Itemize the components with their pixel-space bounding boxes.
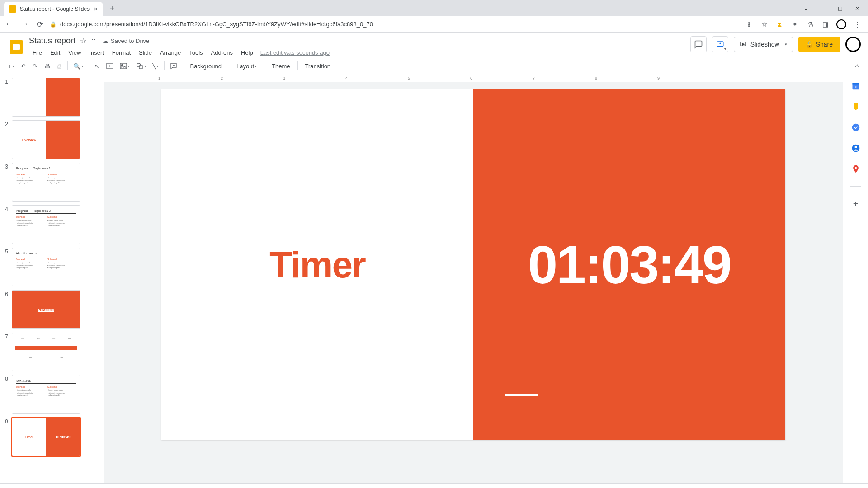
present-to-meeting-button[interactable]: ▾: [712, 36, 728, 52]
star-icon[interactable]: ☆: [760, 20, 769, 29]
menu-addons[interactable]: Add-ons: [208, 47, 236, 58]
menu-edit[interactable]: Edit: [47, 47, 64, 58]
slide-thumbnail[interactable]: [12, 78, 80, 117]
extension-lab-icon[interactable]: ⚗: [806, 20, 815, 29]
thumb-row[interactable]: 5Attention areasSubhead• lorem ipsum dol…: [0, 246, 95, 288]
slide-thumbnail[interactable]: Progress — Topic area 1Subhead• lorem ip…: [12, 163, 80, 202]
slide-thumbnail[interactable]: Schedule: [12, 290, 80, 329]
thumb-number: 1: [3, 78, 8, 85]
menu-format[interactable]: Format: [108, 47, 134, 58]
thumb-row[interactable]: 2Overview: [0, 118, 95, 161]
browser-tab-strip: Status report - Google Slides × + ⌄ — ◻ …: [0, 0, 868, 16]
contacts-icon[interactable]: [850, 143, 861, 154]
minimize-icon[interactable]: —: [818, 5, 827, 12]
thumb-number: 9: [3, 418, 8, 425]
comments-button[interactable]: [690, 36, 707, 52]
canvas-wrap[interactable]: Timer 01:03:49: [104, 82, 843, 483]
menu-slide[interactable]: Slide: [135, 47, 156, 58]
slide-thumbnail[interactable]: xxxxxxxxxxxxxxxxxx: [12, 333, 80, 371]
thumb-row[interactable]: 3Progress — Topic area 1Subhead• lorem i…: [0, 161, 95, 203]
menu-tools[interactable]: Tools: [185, 47, 206, 58]
collapse-toolbar-icon[interactable]: ㅅ: [851, 60, 863, 72]
url-box[interactable]: 🔒 docs.google.com/presentation/d/1D3IKt-…: [50, 21, 740, 28]
layout-button[interactable]: Layout▾: [232, 60, 261, 72]
chevron-down-icon[interactable]: ⌄: [801, 5, 810, 12]
move-doc-icon[interactable]: 🗀: [91, 37, 98, 45]
account-avatar-icon[interactable]: [845, 37, 861, 52]
last-edit-link[interactable]: Last edit was seconds ago: [260, 49, 330, 56]
thumb-row[interactable]: 7xxxxxxxxxxxxxxxxxx: [0, 331, 95, 373]
keep-icon[interactable]: [850, 101, 861, 112]
svg-rect-11: [852, 83, 859, 84]
slides-favicon: [9, 5, 16, 13]
forward-button[interactable]: →: [19, 19, 30, 30]
maximize-icon[interactable]: ◻: [835, 5, 844, 12]
speaker-notes[interactable]: Click to add speaker notes: [0, 483, 868, 488]
slide-thumbnail[interactable]: Progress — Topic area 2Subhead• lorem ip…: [12, 205, 80, 244]
slide-timer-text[interactable]: 01:03:49: [528, 234, 731, 296]
redo-button[interactable]: ↷: [30, 60, 41, 72]
extension-hourglass-icon[interactable]: ⧗: [775, 20, 784, 29]
slide-thumbnail[interactable]: Overview: [12, 120, 80, 159]
slide-thumbnail[interactable]: Timer01:03:49: [12, 418, 80, 456]
back-button[interactable]: ←: [4, 19, 14, 30]
line-tool[interactable]: ╲▾: [150, 60, 161, 72]
maps-icon[interactable]: [850, 164, 861, 174]
menu-arrange[interactable]: Arrange: [156, 47, 184, 58]
thumb-row[interactable]: 4Progress — Topic area 2Subhead• lorem i…: [0, 203, 95, 246]
kebab-menu-icon[interactable]: ⋮: [853, 20, 862, 29]
shape-tool[interactable]: ▾: [133, 60, 149, 72]
separator: [850, 186, 861, 187]
lock-icon: 🔒: [50, 21, 57, 28]
reload-button[interactable]: ⟳: [34, 19, 45, 30]
slides-logo-icon[interactable]: [7, 38, 25, 56]
select-tool[interactable]: ↖: [92, 60, 103, 72]
window-controls: ⌄ — ◻ ✕: [801, 5, 868, 12]
save-status[interactable]: ☁ Saved to Drive: [103, 38, 149, 44]
slide-thumbnail-list[interactable]: 12Overview3Progress — Topic area 1Subhea…: [0, 74, 95, 483]
menu-help[interactable]: Help: [237, 47, 257, 58]
slide-title-text[interactable]: Timer: [269, 244, 365, 286]
extensions-icon[interactable]: ✦: [790, 20, 799, 29]
image-tool[interactable]: ▾: [117, 60, 132, 72]
star-doc-icon[interactable]: ☆: [80, 37, 86, 45]
tab-close-icon[interactable]: ×: [94, 5, 98, 13]
undo-button[interactable]: ↶: [18, 60, 29, 72]
ruler-tick: 9: [657, 76, 660, 80]
calendar-icon[interactable]: 31: [850, 80, 861, 91]
textbox-tool[interactable]: T: [104, 60, 116, 72]
profile-avatar-icon[interactable]: [836, 19, 846, 29]
comment-tool[interactable]: [167, 60, 180, 72]
menu-file[interactable]: File: [29, 47, 46, 58]
new-tab-button[interactable]: +: [106, 2, 118, 14]
slide-thumbnail[interactable]: Next stepsSubhead• lorem ipsum dolor• si…: [12, 375, 80, 414]
add-on-plus-icon[interactable]: +: [850, 198, 861, 209]
share-button[interactable]: 🔒 Share: [798, 37, 840, 52]
side-panel: 31 +: [843, 74, 868, 483]
transition-button[interactable]: Transition: [301, 60, 335, 72]
thumb-row[interactable]: 6Schedule: [0, 288, 95, 331]
close-window-icon[interactable]: ✕: [853, 5, 862, 12]
menu-bar: File Edit View Insert Format Slide Arran…: [29, 47, 690, 58]
menu-insert[interactable]: Insert: [85, 47, 108, 58]
slide-canvas[interactable]: Timer 01:03:49: [161, 89, 785, 440]
paint-format-button[interactable]: ⎙: [54, 60, 65, 72]
slideshow-button[interactable]: Slideshow ▾: [734, 37, 793, 52]
theme-button[interactable]: Theme: [267, 60, 294, 72]
doc-title[interactable]: Status report: [29, 36, 75, 46]
thumb-row[interactable]: 8Next stepsSubhead• lorem ipsum dolor• s…: [0, 373, 95, 416]
ruler-tick: 4: [345, 76, 348, 80]
browser-tab[interactable]: Status report - Google Slides ×: [4, 2, 103, 16]
slide-thumbnail[interactable]: Attention areasSubhead• lorem ipsum dolo…: [12, 248, 80, 286]
zoom-button[interactable]: 🔍▾: [71, 60, 86, 72]
print-button[interactable]: 🖶: [42, 60, 53, 72]
thumb-row[interactable]: 1: [0, 76, 95, 118]
thumb-row[interactable]: 9Timer01:03:49: [0, 416, 95, 458]
tasks-icon[interactable]: [850, 122, 861, 133]
horizontal-ruler: 123456789: [104, 74, 843, 82]
menu-view[interactable]: View: [65, 47, 85, 58]
new-slide-button[interactable]: +▾: [5, 60, 17, 72]
background-button[interactable]: Background: [186, 60, 226, 72]
share-page-icon[interactable]: ⇪: [744, 20, 753, 29]
side-panel-icon[interactable]: ◨: [821, 20, 830, 29]
